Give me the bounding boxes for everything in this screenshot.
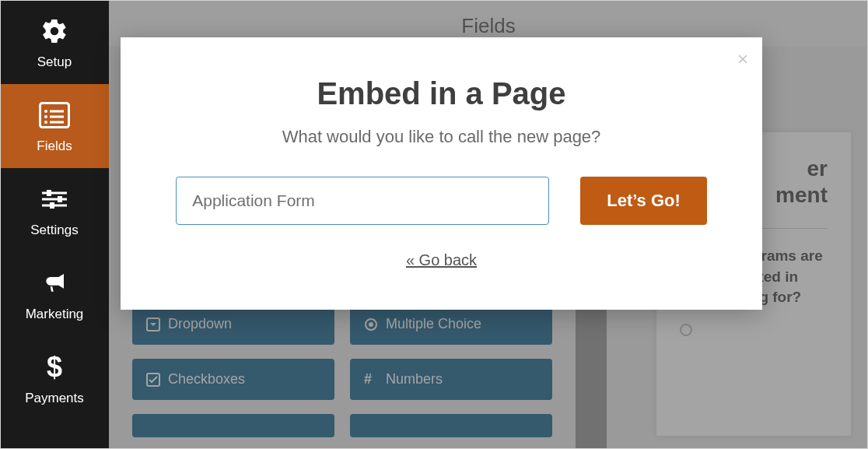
modal-title: Embed in a Page <box>175 76 708 111</box>
sliders-icon <box>40 184 68 215</box>
modal-subtitle: What would you like to call the new page… <box>175 127 708 147</box>
sidebar-item-label: Fields <box>37 139 72 154</box>
list-icon <box>39 100 70 131</box>
sidebar-item-payments[interactable]: $ Payments <box>0 336 109 420</box>
sidebar-item-fields[interactable]: Fields <box>0 84 109 168</box>
svg-rect-2 <box>50 110 64 113</box>
sidebar-item-marketing[interactable]: Marketing <box>0 252 109 336</box>
svg-point-3 <box>44 115 47 118</box>
embed-page-modal: × Embed in a Page What would you like to… <box>121 37 762 310</box>
go-back-link[interactable]: « Go back <box>175 251 708 269</box>
svg-rect-6 <box>50 121 64 124</box>
svg-point-5 <box>44 121 47 124</box>
svg-rect-10 <box>58 196 62 202</box>
svg-rect-8 <box>47 190 51 196</box>
sidebar: Setup Fields Settings Marketing <box>0 0 109 449</box>
svg-rect-4 <box>50 116 64 118</box>
dollar-icon: $ <box>47 352 62 383</box>
lets-go-button[interactable]: Let’s Go! <box>580 177 707 225</box>
sidebar-item-label: Payments <box>25 391 84 406</box>
svg-rect-12 <box>50 202 54 209</box>
close-icon[interactable]: × <box>737 48 748 70</box>
svg-point-1 <box>44 110 47 113</box>
page-name-input[interactable] <box>176 177 549 225</box>
sidebar-item-label: Marketing <box>26 307 84 322</box>
svg-rect-0 <box>40 103 69 128</box>
bullhorn-icon <box>40 268 68 299</box>
sidebar-item-settings[interactable]: Settings <box>0 168 109 252</box>
sidebar-item-setup[interactable]: Setup <box>0 0 109 84</box>
gear-icon <box>40 16 68 47</box>
sidebar-item-label: Setup <box>37 54 72 70</box>
sidebar-item-label: Settings <box>30 223 78 238</box>
